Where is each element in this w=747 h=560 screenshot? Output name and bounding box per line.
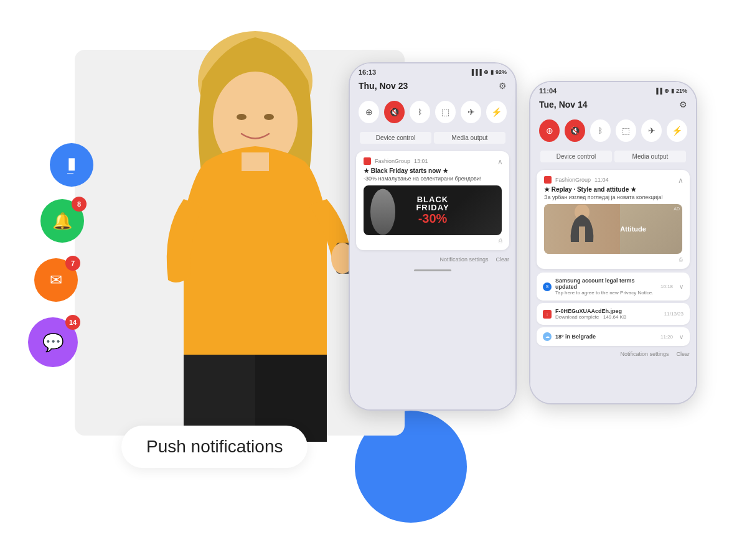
sound-off-icon: 🔇 bbox=[570, 126, 580, 136]
phone-1-fashion-notification[interactable]: FashionGroup 13:01 ★ Black Friday starts… bbox=[356, 151, 509, 250]
phone-1-qs-tabs: Device control Media output bbox=[350, 128, 515, 147]
weather-expand-icon[interactable] bbox=[679, 334, 684, 340]
file-notif-body: Download complete · 149.64 KB bbox=[555, 314, 660, 320]
signal-icon: ▐▐▐ bbox=[470, 69, 482, 75]
fashion-app-icon bbox=[364, 157, 371, 165]
weather-notif-title: 18° in Belgrade bbox=[555, 334, 657, 340]
weather-notification[interactable]: ☁ 18° in Belgrade 11:20 bbox=[537, 327, 690, 346]
nfc-icon: ⬚ bbox=[441, 107, 449, 117]
wifi-toggle-2[interactable]: ⊕ bbox=[539, 119, 560, 142]
phone-icon-circle: ▮— bbox=[50, 143, 93, 187]
sound-toggle-2[interactable]: 🔇 bbox=[565, 119, 585, 142]
bluetooth-icon: ᛒ bbox=[418, 108, 422, 116]
bell-badge: 8 bbox=[72, 197, 87, 212]
push-notifications-label: Push notifications bbox=[121, 426, 308, 468]
device-control-tab[interactable]: Device control bbox=[360, 132, 431, 144]
notif-time-2: 11:04 bbox=[594, 177, 609, 183]
torch-icon: ⚡ bbox=[491, 107, 502, 117]
battery-icon-2: ▮ bbox=[671, 88, 674, 94]
airplane-toggle-2[interactable]: ✈ bbox=[641, 119, 662, 142]
samsung-expand-icon[interactable] bbox=[679, 283, 684, 290]
battery-percent: 92% bbox=[496, 69, 507, 75]
gesture-line bbox=[414, 269, 451, 271]
torch-icon-2: ⚡ bbox=[672, 126, 682, 136]
phone-2-date-row: Tue, Nov 14 bbox=[530, 97, 696, 114]
phone-2-screen: 11:04 ▐▐ ⊕ ▮ 21% Tue, Nov 14 ⊕ 🔇 ᛒ ⬚ ✈ ⚡ bbox=[530, 82, 696, 403]
file-notif-title: F-0HEGuXUAAcdEh.jpeg bbox=[555, 308, 660, 314]
expand-icon-2[interactable] bbox=[678, 176, 684, 185]
bluetooth-toggle[interactable]: ᛒ bbox=[410, 101, 430, 123]
expand-icon[interactable] bbox=[497, 157, 503, 166]
share-icon-2[interactable]: ⎙ bbox=[679, 256, 682, 263]
weather-notif-content: 18° in Belgrade bbox=[555, 334, 657, 340]
phone-1-mockup: 16:13 ▐▐▐ ⊕ ▮ 92% Thu, Nov 23 ⊕ 🔇 ᛒ ⬚ ✈ … bbox=[349, 62, 517, 411]
samsung-notif-content: Samsung account legal terms updated Tap … bbox=[555, 278, 657, 296]
phone-1-status-icons: ▐▐▐ ⊕ ▮ 92% bbox=[470, 69, 507, 75]
chat-icon-circle: 💬 14 bbox=[28, 317, 78, 367]
nfc-toggle-2[interactable]: ⬚ bbox=[616, 119, 636, 142]
bell-icon-circle: 🔔 8 bbox=[40, 199, 84, 243]
sound-icon: 🔇 bbox=[389, 107, 400, 117]
phone-2-quick-settings: ⊕ 🔇 ᛒ ⬚ ✈ ⚡ bbox=[530, 114, 696, 147]
phone-1-notif-footer: Notification settings Clear bbox=[350, 254, 515, 264]
phone-2-mockup: 11:04 ▐▐ ⊕ ▮ 21% Tue, Nov 14 ⊕ 🔇 ᛒ ⬚ ✈ ⚡ bbox=[529, 81, 697, 404]
wifi-icon: ⊕ bbox=[365, 107, 373, 117]
phones-container: 16:13 ▐▐▐ ⊕ ▮ 92% Thu, Nov 23 ⊕ 🔇 ᛒ ⬚ ✈ … bbox=[349, 62, 735, 498]
samsung-notif-body: Tap here to agree to the new Privacy Not… bbox=[555, 290, 657, 296]
wifi-toggle[interactable]: ⊕ bbox=[359, 101, 379, 123]
samsung-time: 10:18 bbox=[660, 284, 673, 289]
nfc-toggle[interactable]: ⬚ bbox=[435, 101, 456, 123]
model-figure bbox=[367, 189, 398, 235]
model-left-area bbox=[544, 204, 620, 254]
bluetooth-toggle-2[interactable]: ᛒ bbox=[590, 119, 611, 142]
torch-toggle[interactable]: ⚡ bbox=[486, 101, 507, 123]
phone-2-notif-footer: Notification settings Clear bbox=[530, 348, 696, 358]
fashion-app-icon-2 bbox=[544, 176, 552, 184]
samsung-legal-notification[interactable]: S Samsung account legal terms updated Ta… bbox=[537, 273, 690, 301]
torch-toggle-2[interactable]: ⚡ bbox=[667, 119, 687, 142]
phone-1-date-row: Thu, Nov 23 bbox=[350, 78, 515, 96]
airplane-icon: ✈ bbox=[467, 107, 475, 117]
mail-icon-circle: ✉ 7 bbox=[34, 258, 78, 302]
notif-header-2: FashionGroup 11:04 bbox=[544, 176, 682, 184]
settings-gear-icon[interactable] bbox=[499, 81, 507, 91]
push-notifications-text: Push notifications bbox=[146, 437, 283, 456]
notif-title: ★ Black Friday starts now ★ bbox=[364, 167, 502, 174]
file-download-notification[interactable]: ↓ F-0HEGuXUAAcdEh.jpeg Download complete… bbox=[537, 303, 690, 325]
svg-point-3 bbox=[237, 114, 247, 120]
phone-1-time: 16:13 bbox=[359, 68, 376, 76]
phone-2-time: 11:04 bbox=[539, 87, 557, 95]
notif-body-2: За урбан изглед погледај ја новата колек… bbox=[544, 194, 682, 200]
bf-title: BLACKFRIDAY bbox=[416, 195, 449, 212]
svg-rect-5 bbox=[242, 152, 269, 171]
notification-settings-link-2[interactable]: Notification settings bbox=[620, 351, 669, 357]
notif-body: -30% намалување на селектирани брендови! bbox=[364, 175, 502, 182]
clear-button[interactable]: Clear bbox=[496, 256, 509, 263]
replay-fashion-banner: Wear it with Attitude AD bbox=[544, 204, 682, 254]
share-icon[interactable]: ⎙ bbox=[499, 238, 502, 244]
bf-discount: -30% bbox=[416, 212, 449, 226]
samsung-notif-title: Samsung account legal terms updated bbox=[555, 278, 657, 290]
notif-header: FashionGroup 13:01 bbox=[364, 157, 502, 165]
device-control-tab-2[interactable]: Device control bbox=[540, 151, 612, 162]
phone-2-replay-notification[interactable]: FashionGroup 11:04 ★ Replay · Style and … bbox=[537, 170, 690, 269]
ad-label: AD bbox=[674, 207, 680, 211]
phone-2-status-bar: 11:04 ▐▐ ⊕ ▮ 21% bbox=[530, 82, 696, 97]
chat-badge: 14 bbox=[65, 315, 80, 330]
weather-icon: ☁ bbox=[543, 332, 552, 341]
clear-button-2[interactable]: Clear bbox=[676, 351, 690, 357]
media-output-tab-2[interactable]: Media output bbox=[614, 151, 686, 162]
phone-2-status-icons: ▐▐ ⊕ ▮ 21% bbox=[654, 88, 687, 94]
bluetooth-icon-2: ᛒ bbox=[598, 126, 603, 135]
black-friday-banner: BLACKFRIDAY -30% bbox=[364, 185, 502, 235]
sound-toggle[interactable]: 🔇 bbox=[384, 101, 405, 123]
notification-settings-link[interactable]: Notification settings bbox=[439, 256, 488, 263]
media-output-tab[interactable]: Media output bbox=[434, 132, 505, 144]
wifi-active-icon: ⊕ bbox=[546, 126, 553, 136]
phone-1-quick-settings: ⊕ 🔇 ᛒ ⬚ ✈ ⚡ bbox=[350, 96, 515, 128]
battery-percent-2: 21% bbox=[676, 88, 687, 94]
airplane-toggle[interactable]: ✈ bbox=[461, 101, 481, 123]
signal-icon-2: ▐▐ bbox=[654, 88, 662, 94]
settings-gear-icon-2[interactable] bbox=[679, 100, 687, 110]
phone-2-qs-tabs: Device control Media output bbox=[530, 147, 696, 166]
